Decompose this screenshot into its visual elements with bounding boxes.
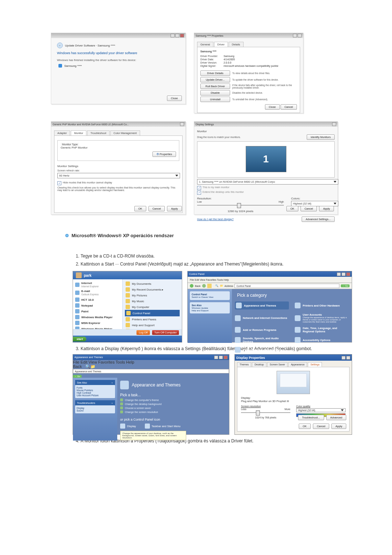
see-also-link[interactable]: Mouse Pointers	[77, 389, 114, 392]
tab-themes[interactable]: Themes	[237, 362, 251, 367]
tab-troubleshoot[interactable]: Troubleshoot	[87, 130, 110, 135]
uninstall-button[interactable]: Uninstall	[200, 97, 230, 102]
task-link[interactable]: Choose a screen saver	[120, 406, 226, 409]
troubleshooter-link[interactable]: Sound	[77, 409, 114, 412]
category-item[interactable]: Network and Internet Connections	[235, 313, 289, 323]
tab-screensaver[interactable]: Screen Saver	[267, 362, 287, 367]
help-icon[interactable]	[342, 356, 346, 360]
colors-combo[interactable]: Highest (32 bit)	[291, 201, 338, 206]
menubar[interactable]: File Edit View Favorites Tools Help	[188, 277, 352, 283]
driver-details-button[interactable]: Driver Details	[200, 70, 230, 76]
close-icon[interactable]	[298, 34, 302, 37]
start-button[interactable]: start	[73, 337, 86, 341]
ok-button[interactable]: OK	[299, 424, 311, 429]
start-right-item[interactable]: My Documents	[125, 281, 180, 287]
cp-icon-display[interactable]: Display	[120, 424, 136, 429]
refresh-combo[interactable]: 60 Hertz	[57, 173, 180, 178]
max-icon[interactable]	[342, 272, 346, 276]
disable-button[interactable]: Disable	[200, 90, 230, 96]
collapse-icon[interactable]: ⌄	[111, 401, 113, 404]
max-icon[interactable]	[219, 356, 223, 359]
folders-icon[interactable]: 📁	[220, 284, 223, 287]
help-icon[interactable]	[293, 34, 297, 37]
start-left-item[interactable]: MSN Explorer	[74, 320, 121, 326]
close-icon[interactable]	[346, 272, 350, 276]
go-button[interactable]: → Go	[341, 284, 350, 287]
up-icon[interactable]	[207, 284, 212, 288]
go-button[interactable]: → Go	[73, 375, 82, 378]
address-bar[interactable]: Appearance and Themes	[73, 369, 229, 373]
start-left-item[interactable]: HCT 10.0	[74, 297, 121, 303]
color-quality-combo[interactable]: Highest (32 bit)	[296, 408, 346, 412]
properties-button[interactable]: ⚙ Properties	[152, 151, 176, 157]
category-item[interactable]: User AccountsChange the appearance of de…	[295, 313, 349, 323]
cancel-button[interactable]: Cancel	[301, 206, 317, 211]
start-right-item[interactable]: My Pictures	[125, 292, 180, 298]
close-icon[interactable]	[224, 356, 228, 359]
hide-modes-checkbox[interactable]	[57, 181, 61, 185]
start-left-item[interactable]: Paint	[74, 308, 121, 314]
start-right-item[interactable]: Help and Support	[125, 322, 180, 328]
start-right-item[interactable]: My Computer	[125, 304, 180, 310]
cp-icon-taskbar[interactable]: Taskbar and Start Menu	[145, 424, 181, 429]
start-left-item[interactable]: E-mailOutlook Express	[74, 289, 121, 297]
main-monitor-checkbox[interactable]	[197, 186, 201, 190]
see-also-link[interactable]: Windows Update	[192, 307, 208, 309]
resolution-slider[interactable]: Low High	[197, 202, 284, 208]
tab-settings[interactable]: Settings	[308, 362, 322, 367]
task-link[interactable]: Change the screen resolution	[120, 410, 226, 413]
min-icon[interactable]	[337, 272, 341, 276]
task-link[interactable]: Change the computer's theme	[120, 398, 226, 401]
task-link[interactable]: Change the desktop background	[120, 402, 226, 405]
apply-button[interactable]: Apply	[319, 206, 334, 211]
close-button[interactable]: Close	[167, 96, 182, 101]
start-right-item[interactable]: Control Panel	[125, 310, 180, 316]
ok-button[interactable]: Close	[265, 104, 280, 110]
tab-details[interactable]: Details	[229, 42, 244, 47]
troubleshoot-button[interactable]: Troubleshoot...	[298, 415, 324, 420]
logoff-button[interactable]: Log Off	[136, 330, 150, 335]
see-also-link[interactable]: Help and Support	[192, 309, 209, 312]
tab-driver[interactable]: Driver	[214, 42, 228, 47]
category-item[interactable]: Add or Remove Programs	[235, 327, 289, 333]
ok-button[interactable]: OK	[286, 206, 298, 211]
folders-icon[interactable]: 📁	[90, 364, 95, 369]
back-icon[interactable]	[190, 284, 193, 288]
start-right-item[interactable]: My Music	[125, 298, 180, 304]
fwd-icon[interactable]	[202, 284, 206, 288]
advanced-button[interactable]: Advanced	[326, 415, 346, 420]
close-icon[interactable]	[346, 356, 350, 360]
see-also-link[interactable]: Fonts	[77, 386, 114, 389]
min-icon[interactable]	[214, 356, 218, 359]
switch-view-link[interactable]: Switch to Classic View	[192, 296, 213, 298]
address-bar[interactable]: Control Panel	[234, 284, 339, 288]
cancel-button[interactable]: Cancel	[313, 424, 329, 429]
start-right-item[interactable]: My Recent Documents ▸	[125, 287, 180, 292]
search-icon[interactable]: 🔍	[215, 284, 219, 287]
category-item[interactable]: Date, Time, Language, and Regional Optio…	[295, 327, 349, 333]
collapse-icon[interactable]: ⌄	[111, 381, 113, 384]
category-item[interactable]: Performance and Maintenance	[235, 347, 289, 353]
close-icon[interactable]	[332, 122, 336, 126]
display-select[interactable]: 1. Samsung **** on NVIDIA GeForce 6600 L…	[197, 179, 338, 185]
see-also-link[interactable]: User Account Picture	[77, 394, 114, 397]
tab-appearance[interactable]: Appearance	[288, 362, 307, 367]
see-also-link[interactable]: High Contrast	[77, 392, 114, 394]
start-left-item[interactable]: Windows Media Player	[74, 314, 121, 320]
start-left-item[interactable]: Notepad	[74, 303, 121, 308]
min-icon[interactable]	[171, 34, 175, 37]
best-display-link[interactable]: How do I get the best display?	[197, 218, 233, 221]
tab-desktop[interactable]: Desktop	[252, 362, 266, 367]
close-icon[interactable]	[180, 122, 184, 126]
apply-button[interactable]: Apply	[331, 424, 346, 429]
category-item[interactable]: Printers and Other Hardware	[295, 301, 349, 309]
extend-desktop-checkbox[interactable]	[197, 191, 201, 195]
search-icon[interactable]: 🔍	[85, 364, 90, 369]
max-icon[interactable]	[175, 34, 179, 37]
resolution-slider[interactable]: Less More	[241, 409, 290, 416]
start-right-item[interactable]: Printers and Faxes	[125, 316, 180, 322]
identify-monitors-button[interactable]: Identify Monitors	[307, 134, 335, 140]
category-item[interactable]: Sounds, Speech, and Audio Devices	[235, 337, 289, 343]
category-item[interactable]: Accessibility Options	[295, 337, 349, 343]
close-icon[interactable]	[180, 34, 184, 37]
